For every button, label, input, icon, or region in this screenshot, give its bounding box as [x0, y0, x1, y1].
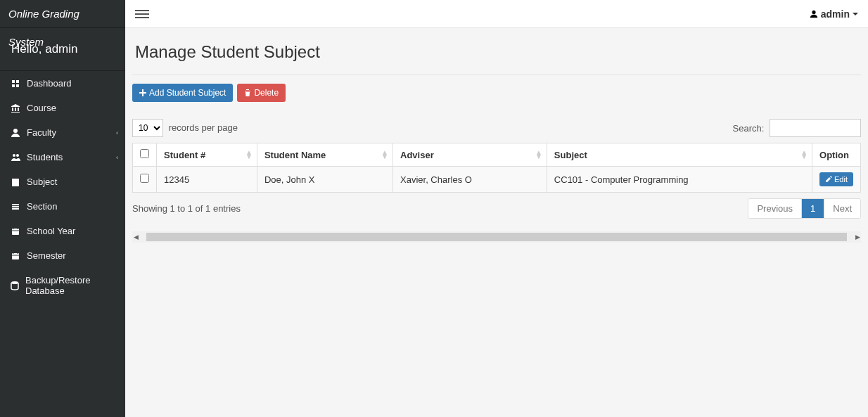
add-button-label: Add Student Subject	[149, 88, 226, 98]
delete-button[interactable]: Delete	[237, 84, 286, 102]
length-suffix: records per page	[169, 122, 238, 133]
cell-adviser: Xavier, Charles O	[393, 167, 547, 193]
sort-icon: ▲▼	[535, 150, 542, 159]
page-previous[interactable]: Previous	[748, 199, 801, 218]
sidebar-item-label: School Year	[27, 226, 75, 236]
col-select-all	[133, 143, 157, 167]
page-next[interactable]: Next	[824, 199, 860, 218]
dashboard-icon	[10, 79, 21, 89]
sidebar-item-label: Faculty	[27, 127, 56, 138]
cell-select	[133, 167, 157, 193]
subject-icon	[10, 177, 21, 187]
col-adviser[interactable]: Adviser ▲▼	[393, 143, 547, 167]
sidebar-item-label: Semester	[27, 250, 66, 261]
scroll-track[interactable]	[146, 233, 847, 241]
search-input[interactable]	[770, 119, 861, 137]
sort-icon: ▲▼	[245, 150, 253, 159]
add-student-subject-button[interactable]: Add Student Subject	[132, 84, 233, 102]
faculty-icon	[10, 128, 21, 138]
sidebar-item-backup[interactable]: Backup/Restore Database	[0, 268, 125, 303]
search-control: Search:	[733, 119, 861, 137]
sidebar-item-label: Backup/Restore Database	[25, 275, 115, 296]
main: admin Manage Student Subject Add Student…	[125, 0, 868, 417]
sidebar-item-course[interactable]: Course	[0, 96, 125, 120]
cell-subject: CC101 - Computer Programming	[547, 167, 812, 193]
sidebar-item-dashboard[interactable]: Dashboard	[0, 71, 125, 96]
sidebar-item-faculty[interactable]: Faculty ‹	[0, 120, 125, 145]
students-icon	[10, 153, 21, 162]
brand-title: Online Grading System	[0, 0, 125, 28]
datatable-bottom: Showing 1 to 1 of 1 entries Previous 1 N…	[132, 198, 861, 219]
sidebar-item-label: Dashboard	[27, 78, 72, 89]
semester-icon	[10, 251, 21, 261]
datatable-top: 10 records per page Search:	[132, 119, 861, 137]
page-length-select[interactable]: 10	[132, 119, 163, 137]
sidebar-item-label: Subject	[27, 177, 57, 187]
svg-point-2	[16, 154, 19, 157]
sidebar-item-label: Students	[27, 152, 63, 162]
delete-button-label: Delete	[254, 88, 279, 98]
content: Manage Student Subject Add Student Subje…	[125, 28, 868, 250]
svg-point-0	[13, 129, 18, 133]
course-icon	[10, 103, 21, 113]
svg-point-5	[11, 281, 18, 284]
col-subject[interactable]: Subject ▲▼	[547, 143, 812, 167]
caret-down-icon	[853, 13, 858, 15]
user-menu[interactable]: admin	[810, 8, 858, 20]
table-row: 12345 Doe, John X Xavier, Charles O CC10…	[133, 167, 861, 193]
sidebar-item-semester[interactable]: Semester	[0, 243, 125, 268]
action-bar: Add Student Subject Delete	[132, 84, 861, 102]
hamburger-icon[interactable]	[135, 7, 149, 21]
svg-point-1	[13, 154, 15, 157]
sort-icon: ▲▼	[381, 150, 388, 159]
sidebar-item-subject[interactable]: Subject	[0, 169, 125, 194]
col-option: Option	[812, 143, 861, 167]
cell-student-no: 12345	[157, 167, 257, 193]
select-all-checkbox[interactable]	[140, 149, 149, 158]
chevron-left-icon: ‹	[116, 129, 118, 136]
cell-student-name: Doe, John X	[257, 167, 392, 193]
edit-label: Edit	[834, 175, 848, 184]
sidebar: Online Grading System Hello, admin Dashb…	[0, 0, 125, 417]
svg-point-6	[812, 10, 815, 13]
cell-option: Edit	[812, 167, 861, 193]
edit-icon	[825, 176, 832, 183]
edit-button[interactable]: Edit	[819, 172, 853, 186]
svg-rect-3	[12, 229, 19, 235]
sidebar-item-students[interactable]: Students ‹	[0, 145, 125, 169]
scroll-right-arrow[interactable]: ▶	[854, 233, 861, 240]
backup-icon	[10, 281, 20, 290]
nav-list: Dashboard Course Faculty ‹ Students ‹	[0, 71, 125, 303]
section-icon	[10, 202, 21, 212]
sidebar-item-schoolyear[interactable]: School Year	[0, 219, 125, 243]
svg-rect-4	[12, 253, 19, 259]
page-title: Manage Student Subject	[132, 35, 861, 75]
chevron-left-icon: ‹	[116, 154, 118, 161]
col-student-name[interactable]: Student Name ▲▼	[257, 143, 392, 167]
trash-icon	[244, 89, 251, 96]
sidebar-item-section[interactable]: Section	[0, 194, 125, 219]
page-1[interactable]: 1	[801, 199, 824, 218]
plus-icon	[139, 89, 146, 96]
search-label: Search:	[733, 123, 765, 134]
pagination: Previous 1 Next	[748, 198, 861, 219]
sidebar-item-label: Section	[27, 201, 57, 212]
table-header-row: Student # ▲▼ Student Name ▲▼ Adviser ▲▼ …	[133, 143, 861, 167]
schoolyear-icon	[10, 226, 21, 236]
topbar: admin	[125, 0, 868, 28]
length-control: 10 records per page	[132, 119, 238, 137]
scroll-left-arrow[interactable]: ◀	[132, 233, 139, 240]
sidebar-item-label: Course	[27, 103, 56, 113]
sort-icon: ▲▼	[800, 150, 808, 159]
user-icon	[810, 10, 818, 18]
student-subject-table: Student # ▲▼ Student Name ▲▼ Adviser ▲▼ …	[132, 143, 861, 193]
table-info: Showing 1 to 1 of 1 entries	[132, 203, 241, 214]
horizontal-scrollbar[interactable]: ◀ ▶	[132, 231, 861, 243]
user-name: admin	[821, 8, 850, 20]
row-checkbox[interactable]	[140, 174, 149, 183]
col-student-no[interactable]: Student # ▲▼	[157, 143, 257, 167]
